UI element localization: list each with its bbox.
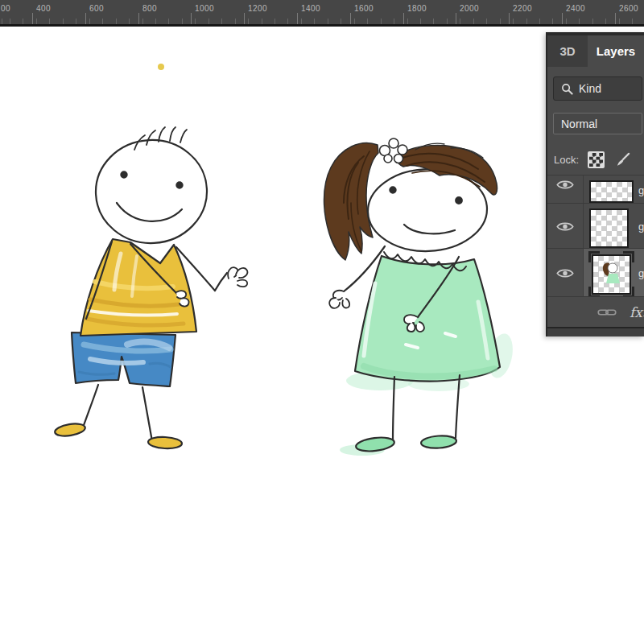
layer-thumbnail[interactable] [589,208,629,248]
blend-mode-select[interactable]: Normal [553,113,642,134]
horizontal-ruler[interactable]: 00 400 600 800 1000 1200 1400 1600 1800 … [0,0,644,27]
ruler-label: 1000 [195,4,214,13]
layer-thumbnail[interactable] [592,254,631,295]
visibility-toggle[interactable] [547,175,584,204]
girl-head [366,167,488,253]
ruler-label: 2400 [566,4,585,13]
girl-dress [355,256,500,382]
eye-icon [556,267,574,279]
layers-panel: 3D Layers Kind Normal Lock: [546,32,644,336]
ruler-label: 00 [1,4,10,13]
girl-shoe [421,435,457,449]
panel-footer: fx [547,296,644,328]
ruler-label: 2200 [513,4,532,13]
ruler-label: 2600 [619,4,638,13]
boy-figure [54,127,247,449]
boy-leg [142,387,152,441]
filter-kind-value: Kind [579,82,601,95]
girl-eye [390,187,395,192]
boy-leg [83,385,98,427]
selection-bracket [588,251,600,262]
layer-name[interactable]: g [638,221,644,233]
ruler-label: 600 [89,4,104,13]
ruler-minor-ticks [0,19,644,24]
layer-row[interactable]: g [547,175,644,204]
lock-paint-brush-icon[interactable] [615,152,630,167]
panel-bottom-bar [547,327,644,336]
boy-arm [215,273,227,291]
boy-shoe [148,436,183,449]
paint-dot [158,64,164,70]
eye-icon [556,221,574,233]
layer-thumbnail[interactable] [589,180,634,203]
tab-3d[interactable]: 3D [547,35,588,67]
layer-row[interactable]: g [547,203,644,249]
lock-transparency-icon[interactable] [588,151,605,168]
flower-scrunchie [380,138,408,163]
lock-label: Lock: [554,154,579,166]
search-icon [561,83,573,95]
visibility-toggle[interactable] [547,249,584,297]
link-layers-icon[interactable] [597,308,617,317]
ruler-label: 400 [36,4,51,13]
tab-layers[interactable]: Layers [588,35,644,67]
lock-row: Lock: [547,145,644,174]
girl-eye [456,197,462,204]
blend-mode-value: Normal [561,118,597,130]
layer-name[interactable]: g [638,184,644,196]
boy-eye [176,182,182,188]
boy-shorts [72,332,175,386]
eye-icon [556,179,574,191]
ruler-label: 2000 [460,4,479,13]
girl-figure [324,138,517,456]
ruler-label: 1200 [248,4,267,13]
layer-effects-button[interactable]: fx [630,304,642,320]
boy-eye [121,171,126,177]
visibility-toggle[interactable] [547,204,584,249]
fx-label: fx [630,304,642,320]
layer-name[interactable]: g [638,267,644,279]
layer-filter-box[interactable]: Kind [553,76,642,101]
ruler-label: 1400 [301,4,320,13]
layer-row-selected[interactable]: g [547,248,644,297]
girl-shoe [355,436,395,453]
ruler-label: 1600 [354,4,374,13]
ruler-label: 1800 [407,4,427,13]
boy-head [93,137,210,246]
photoshop-workspace: 00 400 600 800 1000 1200 1400 1600 1800 … [0,0,644,644]
boy-shoe [54,422,86,438]
ruler-label: 800 [142,4,157,13]
selection-bracket [623,251,634,262]
